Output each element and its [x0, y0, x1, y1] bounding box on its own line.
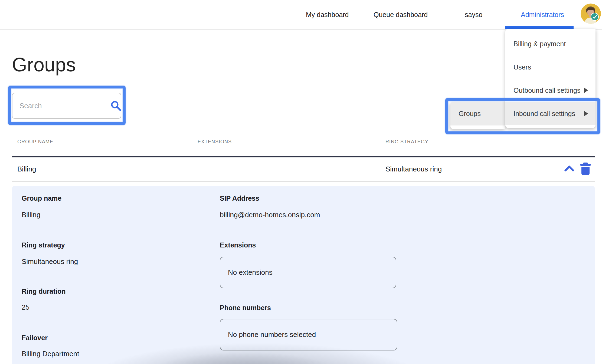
- group-name-value: Billing: [22, 211, 40, 219]
- search-box: [12, 93, 121, 119]
- search-icon[interactable]: [110, 100, 122, 111]
- column-header-ring-strategy: RING STRATEGY: [385, 139, 428, 145]
- submenu-item-groups[interactable]: Groups: [450, 102, 505, 125]
- row-ring-strategy: Simultaneous ring: [385, 165, 442, 173]
- ring-duration-label: Ring duration: [22, 287, 66, 295]
- menu-item-label: Inbound call settings: [513, 110, 575, 118]
- group-name-label: Group name: [22, 194, 61, 202]
- user-avatar[interactable]: [581, 4, 601, 24]
- menu-item-label: Users: [513, 63, 531, 71]
- top-navigation: [0, 0, 602, 30]
- failover-value: Billing Department: [22, 350, 79, 358]
- group-detail-panel: Group name Billing Ring strategy Simulta…: [12, 186, 595, 364]
- table-header-divider: [12, 156, 595, 157]
- submenu-item-label: Groups: [459, 110, 481, 118]
- status-check-badge: [591, 13, 599, 21]
- menu-item-billing-payment[interactable]: Billing & payment: [505, 32, 596, 55]
- phone-numbers-empty-text: No phone numbers selected: [228, 330, 316, 339]
- row-group-name: Billing: [17, 165, 36, 173]
- inbound-settings-submenu: Groups: [450, 102, 505, 129]
- extensions-empty-text: No extensions: [228, 268, 273, 277]
- submenu-arrow-icon: [584, 111, 588, 116]
- menu-item-label: Outbound call settings: [513, 87, 580, 94]
- table-row-divider: [12, 181, 595, 182]
- ring-duration-value: 25: [22, 303, 30, 312]
- column-header-group-name: GROUP NAME: [17, 139, 53, 145]
- failover-label: Failover: [22, 334, 48, 342]
- search-input[interactable]: [12, 93, 110, 118]
- app-window: My dashboard Queue dashboard sayso Admin…: [0, 0, 602, 364]
- avatar-photo: [581, 4, 601, 24]
- delete-group-button[interactable]: [580, 163, 591, 177]
- nav-item-my-dashboard[interactable]: My dashboard: [306, 11, 349, 19]
- collapse-row-button[interactable]: [564, 165, 574, 173]
- sip-address-label: SIP Address: [220, 194, 259, 202]
- extensions-empty-box: No extensions: [220, 257, 396, 288]
- active-tab-underline: [505, 26, 574, 29]
- phone-numbers-empty-box: No phone numbers selected: [220, 319, 397, 350]
- page-title: Groups: [12, 54, 76, 76]
- extensions-label: Extensions: [220, 241, 256, 249]
- ring-strategy-label: Ring strategy: [22, 241, 65, 249]
- submenu-arrow-icon: [584, 88, 588, 93]
- menu-item-outbound-call-settings[interactable]: Outbound call settings: [505, 79, 596, 102]
- menu-item-inbound-call-settings[interactable]: Inbound call settings: [505, 102, 596, 125]
- phone-numbers-label: Phone numbers: [220, 304, 271, 312]
- chevron-up-icon: [564, 165, 574, 172]
- sip-address-value: billing@demo-homes.onsip.com: [220, 211, 320, 219]
- check-icon: [593, 15, 597, 19]
- menu-item-users[interactable]: Users: [505, 55, 596, 79]
- ring-strategy-value: Simultaneous ring: [22, 257, 78, 266]
- nav-item-administrators[interactable]: Administrators: [521, 11, 564, 19]
- column-header-extensions: EXTENSIONS: [198, 139, 232, 145]
- nav-item-queue-dashboard[interactable]: Queue dashboard: [374, 11, 428, 19]
- trash-icon: [580, 163, 591, 176]
- administrators-dropdown-menu: Billing & payment Users Outbound call se…: [505, 29, 596, 128]
- menu-item-label: Billing & payment: [513, 40, 566, 48]
- nav-item-sayso[interactable]: sayso: [465, 11, 482, 19]
